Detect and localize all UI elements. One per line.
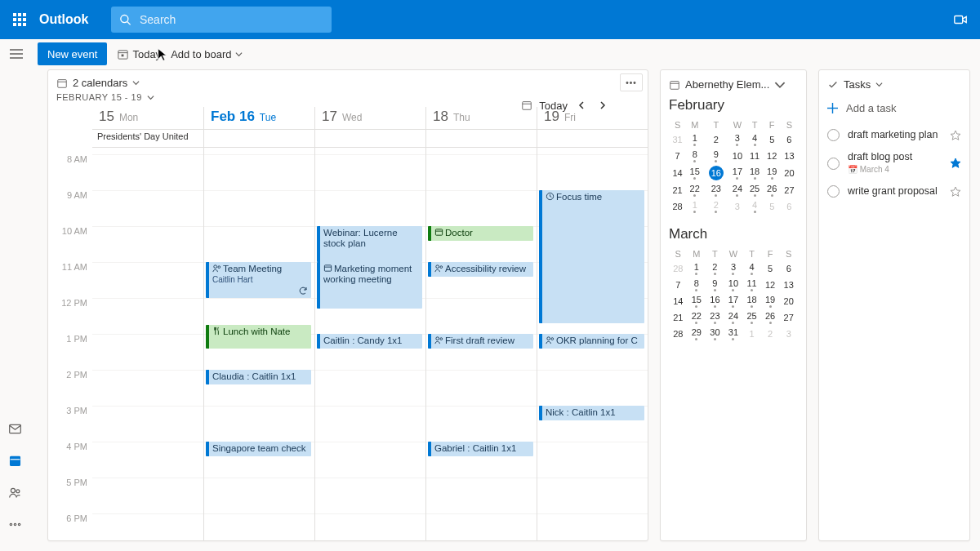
task-item[interactable]: draft blog post📅 March 4 bbox=[827, 146, 961, 180]
app-launcher-icon[interactable] bbox=[7, 7, 33, 33]
mini-day[interactable]: 14 bbox=[669, 293, 688, 309]
mini-day[interactable]: 24 bbox=[728, 182, 746, 198]
day-slots[interactable]: Webinar: Lucerne stock planMarketing mom… bbox=[315, 148, 425, 540]
mini-day[interactable]: 28 bbox=[669, 198, 686, 215]
mini-day[interactable]: 3 bbox=[728, 198, 746, 215]
chevron-down-icon[interactable] bbox=[132, 79, 140, 87]
mini-day[interactable]: 2 bbox=[706, 260, 724, 277]
mini-day[interactable]: 6 bbox=[781, 131, 798, 148]
task-checkbox[interactable] bbox=[827, 185, 840, 198]
mini-day[interactable]: 5 bbox=[764, 198, 781, 215]
calendar-event[interactable]: Lunch with Nate bbox=[206, 325, 311, 349]
mini-day[interactable]: 5 bbox=[761, 260, 780, 277]
calendar-event[interactable]: Marketing moment working meeting bbox=[317, 262, 422, 309]
meet-now-icon[interactable] bbox=[947, 7, 973, 33]
mini-day[interactable]: 17 bbox=[728, 164, 746, 182]
calendar-event[interactable]: Accessibility review bbox=[428, 262, 533, 277]
mini-day[interactable]: 3 bbox=[724, 260, 743, 277]
mini-day[interactable]: 13 bbox=[779, 277, 798, 293]
day-header[interactable]: 17Wed bbox=[315, 107, 425, 130]
mini-day[interactable]: 29 bbox=[688, 326, 706, 342]
star-icon[interactable] bbox=[950, 130, 961, 141]
mini-day[interactable]: 7 bbox=[669, 148, 686, 164]
mini-day[interactable]: 23 bbox=[706, 309, 724, 326]
mini-day[interactable]: 8 bbox=[686, 148, 703, 164]
mini-day[interactable]: 11 bbox=[746, 148, 764, 164]
search-input[interactable] bbox=[138, 12, 323, 27]
day-header[interactable]: Feb 16Tue bbox=[204, 107, 314, 130]
mini-day[interactable]: 25 bbox=[742, 309, 761, 326]
mini-day[interactable]: 27 bbox=[781, 182, 798, 198]
mail-icon[interactable] bbox=[8, 422, 22, 439]
all-day-row[interactable]: Presidents' Day United bbox=[92, 130, 203, 148]
day-slots[interactable]: DoctorAccessibility reviewFirst draft re… bbox=[426, 148, 537, 540]
task-checkbox[interactable] bbox=[827, 129, 840, 141]
mini-day[interactable]: 23 bbox=[703, 182, 728, 198]
calendar-event[interactable]: First draft review bbox=[428, 334, 533, 349]
mini-day[interactable]: 26 bbox=[764, 182, 781, 198]
mini-day[interactable]: 1 bbox=[688, 260, 706, 277]
day-slots[interactable]: Team MeetingCaitlin HartLunch with NateC… bbox=[204, 148, 314, 540]
mini-day[interactable]: 25 bbox=[746, 182, 764, 198]
task-item[interactable]: write grant proposal bbox=[827, 180, 961, 202]
calendar-event[interactable]: Focus time bbox=[539, 190, 644, 323]
today-button[interactable]: Today bbox=[117, 48, 161, 60]
mini-day[interactable]: 31 bbox=[724, 326, 743, 342]
day-slots[interactable]: Focus timeOKR planning for CNick : Caitl… bbox=[537, 148, 648, 540]
calendars-count[interactable]: 2 calendars bbox=[73, 77, 127, 89]
add-task-button[interactable]: Add a task bbox=[827, 102, 961, 114]
star-icon[interactable] bbox=[950, 186, 961, 198]
mini-calendar-feb[interactable]: SMTWTFS311234567891011121314151617181920… bbox=[669, 118, 798, 215]
mini-day[interactable]: 28 bbox=[669, 326, 688, 342]
mini-day[interactable]: 6 bbox=[781, 198, 798, 215]
people-icon[interactable] bbox=[8, 486, 22, 503]
calendar-event[interactable]: Caitlin : Candy 1x1 bbox=[317, 334, 422, 349]
task-checkbox[interactable] bbox=[827, 158, 840, 170]
day-header[interactable]: 18Thu bbox=[426, 107, 537, 130]
calendar-event[interactable]: Webinar: Lucerne stock plan bbox=[317, 226, 422, 262]
add-to-board-button[interactable]: Add to board bbox=[171, 48, 242, 60]
calendar-event[interactable]: Doctor bbox=[428, 226, 533, 241]
mini-day[interactable]: 10 bbox=[728, 148, 746, 164]
mini-day[interactable]: 7 bbox=[669, 277, 688, 293]
new-event-button[interactable]: New event bbox=[38, 42, 107, 65]
mini-day[interactable]: 16 bbox=[703, 164, 728, 182]
mini-day[interactable]: 18 bbox=[746, 164, 764, 182]
calendar-event[interactable]: Team MeetingCaitlin Hart bbox=[206, 262, 311, 298]
mini-day[interactable]: 11 bbox=[742, 277, 761, 293]
mini-day[interactable]: 16 bbox=[706, 293, 724, 309]
tasks-header[interactable]: Tasks bbox=[827, 78, 961, 91]
mini-day[interactable]: 18 bbox=[742, 293, 761, 309]
mini-day[interactable]: 21 bbox=[669, 182, 686, 198]
mini-day[interactable]: 12 bbox=[761, 277, 780, 293]
mini-day[interactable]: 20 bbox=[781, 164, 798, 182]
mini-day[interactable]: 21 bbox=[669, 309, 688, 326]
mini-day[interactable]: 3 bbox=[728, 131, 746, 148]
mini-day[interactable]: 10 bbox=[724, 277, 743, 293]
mini-day[interactable]: 14 bbox=[669, 164, 686, 182]
task-item[interactable]: draft marketing plan bbox=[827, 124, 961, 146]
mini-day[interactable]: 2 bbox=[761, 326, 780, 342]
mini-calendar-mar[interactable]: SMTWTFS281234567891011121314151617181920… bbox=[669, 247, 798, 342]
mini-day[interactable]: 22 bbox=[686, 182, 703, 198]
mini-day[interactable]: 20 bbox=[779, 293, 798, 309]
calendar-event[interactable]: Nick : Caitlin 1x1 bbox=[539, 406, 644, 420]
calendar-event[interactable]: Gabriel : Caitlin 1x1 bbox=[428, 442, 533, 456]
mini-day[interactable]: 31 bbox=[669, 131, 686, 148]
mini-day[interactable]: 19 bbox=[761, 293, 780, 309]
day-header[interactable]: 15Mon bbox=[92, 107, 203, 130]
mini-day[interactable]: 2 bbox=[703, 198, 728, 215]
mini-day[interactable]: 4 bbox=[746, 131, 764, 148]
star-icon[interactable] bbox=[950, 158, 961, 169]
mini-day[interactable]: 15 bbox=[688, 293, 706, 309]
mini-day[interactable]: 26 bbox=[761, 309, 780, 326]
mini-day[interactable]: 30 bbox=[706, 326, 724, 342]
more-menu-button[interactable]: ••• bbox=[620, 73, 643, 91]
mini-day[interactable]: 4 bbox=[742, 260, 761, 277]
mini-day[interactable]: 5 bbox=[764, 131, 781, 148]
mini-day[interactable]: 3 bbox=[779, 326, 798, 342]
mini-day[interactable]: 19 bbox=[764, 164, 781, 182]
mini-day[interactable]: 22 bbox=[688, 309, 706, 326]
prev-week-button[interactable] bbox=[574, 98, 589, 113]
mini-day[interactable]: 8 bbox=[688, 277, 706, 293]
